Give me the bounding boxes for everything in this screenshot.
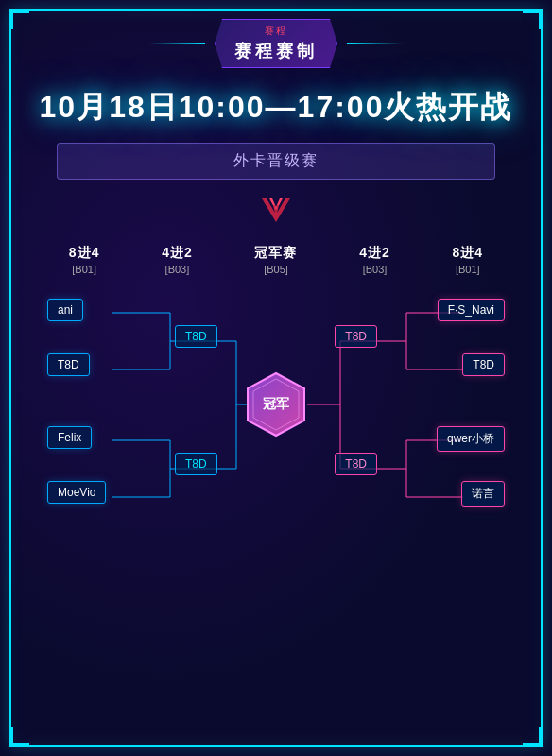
team-felix: Felix (47, 426, 92, 449)
team-moevio: MoeVio (47, 481, 106, 504)
stage-name-3: 4进2 (359, 245, 390, 262)
stage-name-2: 冠军赛 (254, 245, 297, 262)
stage-format-4: [B01] (453, 264, 484, 275)
logo-area (19, 194, 533, 235)
team-t8d-1: T8D (47, 353, 90, 376)
bracket: ani T8D Felix MoeVio T8D T8D F·S_Navi T8… (28, 280, 524, 620)
tbd-right-2: T8D (335, 453, 377, 475)
stage-0: 8进4 [B01] (69, 245, 100, 275)
tbd-right-1: T8D (335, 325, 377, 348)
corner-br (523, 727, 542, 746)
tbd-left-2: T8D (175, 453, 217, 475)
date-text: 10月18日10:00—17:00火热开战 (19, 87, 533, 129)
team-fsn: F·S_Navi (438, 299, 505, 321)
logo-icon (252, 194, 300, 232)
stage-format-2: [B05] (254, 264, 297, 275)
stage-name-1: 4进2 (162, 245, 193, 262)
stage-1: 4进2 [B03] (162, 245, 193, 275)
wildcard-label: 外卡晋级赛 (233, 152, 319, 168)
header-title-box: 赛程 赛程赛制 (215, 19, 337, 68)
champion-hex: 冠军 (243, 371, 309, 438)
stages: 8进4 [B01] 4进2 [B03] 冠军赛 [B05] 4进2 [B03] … (19, 245, 533, 275)
team-t8d-r1: T8D (462, 353, 505, 376)
team-qwer: qwer小桥 (437, 426, 505, 452)
header: 赛程 赛程赛制 (19, 19, 533, 68)
stage-3: 4进2 [B03] (359, 245, 390, 275)
stage-2: 冠军赛 [B05] (254, 245, 297, 275)
header-title: 赛程赛制 (234, 40, 318, 62)
tbd-left-1: T8D (175, 325, 217, 348)
stage-format-0: [B01] (69, 264, 100, 275)
header-line-left (148, 43, 205, 44)
stage-format-1: [B03] (162, 264, 193, 275)
header-line-right (347, 43, 404, 44)
header-subtitle: 赛程 (234, 25, 318, 38)
champion-label: 冠军 (263, 396, 289, 413)
corner-bl (10, 727, 29, 746)
stage-name-4: 8进4 (453, 245, 484, 262)
team-nuoyan: 诺言 (461, 481, 505, 507)
wildcard-box: 外卡晋级赛 (57, 143, 495, 180)
stage-name-0: 8进4 (69, 245, 100, 262)
team-ani: ani (47, 299, 83, 321)
stage-4: 8进4 [B01] (453, 245, 484, 275)
stage-format-3: [B03] (359, 264, 390, 275)
